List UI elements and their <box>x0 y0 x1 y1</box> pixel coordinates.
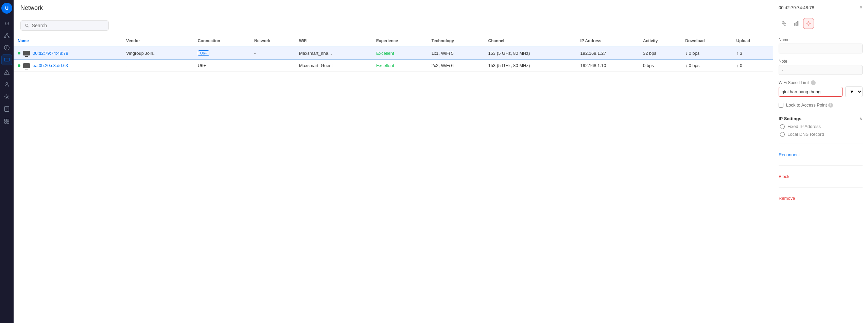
svg-rect-21 <box>5 122 6 123</box>
detail-panel: 00:d2:79:74:48:78 × Name <box>773 0 868 323</box>
panel-body: Name Note WiFi Speed Limit i ▼ <box>773 32 868 208</box>
table-row[interactable]: 00:d2:79:74:48:78 Vingroup Join... U6+ -… <box>14 47 773 60</box>
note-label: Note <box>779 59 863 64</box>
cell-upload: ↑ 3 <box>732 47 773 60</box>
local-dns-row: Local DNS Record <box>780 132 863 137</box>
sidebar-item-reports[interactable] <box>1 103 12 114</box>
name-input[interactable] <box>779 44 863 53</box>
action-remove[interactable]: Remove <box>779 194 863 202</box>
sidebar-item-clients[interactable] <box>1 54 12 65</box>
sidebar-item-warnings[interactable] <box>1 67 12 78</box>
svg-point-7 <box>7 49 7 49</box>
cell-wifi: Maxsmart_Guest <box>295 60 372 72</box>
cell-ip: 192.168.1.27 <box>576 47 639 60</box>
local-dns-label: Local DNS Record <box>787 132 824 137</box>
cell-activity: 0 bps <box>639 60 681 72</box>
ip-settings-toggle[interactable]: ∧ <box>859 116 863 121</box>
local-dns-radio[interactable] <box>780 132 785 137</box>
ip-settings-body: Fixed IP Address Local DNS Record <box>779 124 863 137</box>
sidebar: U ⊙ <box>0 0 14 323</box>
cell-download: ↓ 0 bps <box>681 47 732 60</box>
wifi-speed-label: WiFi Speed Limit <box>779 80 810 85</box>
speed-limit-input[interactable] <box>779 87 843 97</box>
cell-name: 00:d2:79:74:48:78 <box>14 47 122 60</box>
panel-header: 00:d2:79:74:48:78 × <box>773 0 868 15</box>
col-wifi[interactable]: WiFi <box>295 35 372 47</box>
wifi-speed-info-icon[interactable]: i <box>811 80 816 85</box>
sidebar-item-topology[interactable] <box>1 30 12 41</box>
lock-ap-checkbox[interactable] <box>779 103 783 108</box>
cell-network: - <box>250 47 295 60</box>
svg-rect-31 <box>797 21 798 26</box>
status-indicator <box>18 64 20 67</box>
col-network[interactable]: Network <box>250 35 295 47</box>
speed-limit-row: ▼ <box>779 86 863 97</box>
svg-point-13 <box>6 83 7 84</box>
col-upload[interactable]: Upload <box>732 35 773 47</box>
sidebar-item-users[interactable] <box>1 79 12 90</box>
cell-wifi: Maxsmart_nha... <box>295 47 372 60</box>
svg-rect-22 <box>7 122 9 123</box>
svg-rect-30 <box>796 22 797 26</box>
panel-device-title: 00:d2:79:74:48:78 <box>779 5 814 10</box>
col-experience[interactable]: Experience <box>372 35 428 47</box>
cell-upload: ↑ 0 <box>732 60 773 72</box>
panel-tab-settings[interactable] <box>803 18 814 29</box>
speed-limit-select[interactable]: ▼ <box>845 86 863 97</box>
svg-point-14 <box>6 96 7 97</box>
col-vendor[interactable]: Vendor <box>122 35 194 47</box>
app-logo: U <box>1 3 12 14</box>
fixed-ip-radio[interactable] <box>780 124 785 129</box>
svg-rect-19 <box>5 119 6 121</box>
svg-line-4 <box>7 34 8 36</box>
svg-rect-29 <box>794 23 795 26</box>
connection-badge: U6+ <box>198 50 210 56</box>
search-box[interactable] <box>20 20 109 31</box>
ip-settings-section: IP Settings ∧ Fixed IP Address Local DNS… <box>779 113 863 137</box>
cell-activity: 32 bps <box>639 47 681 60</box>
panel-tab-chart[interactable] <box>791 18 802 29</box>
name-field-group: Name <box>779 37 863 53</box>
col-ip[interactable]: IP Address <box>576 35 639 47</box>
cell-network: - <box>250 60 295 72</box>
svg-point-23 <box>25 24 28 27</box>
cell-connection: U6+ <box>194 47 250 60</box>
svg-line-24 <box>28 26 29 27</box>
action-block[interactable]: Block <box>779 173 863 180</box>
cell-download: ↓ 0 bps <box>681 60 732 72</box>
status-indicator <box>18 52 20 54</box>
fixed-ip-row: Fixed IP Address <box>780 124 863 129</box>
sidebar-item-settings[interactable] <box>1 91 12 102</box>
panel-tab-stats[interactable] <box>779 18 789 29</box>
cell-ip: 192.168.1.10 <box>576 60 639 72</box>
col-activity[interactable]: Activity <box>639 35 681 47</box>
clients-table: Name Vendor Connection Network WiFi Expe… <box>14 35 773 323</box>
device-name: ea:0b:20:c3:dd:63 <box>33 63 68 68</box>
wifi-speed-group: WiFi Speed Limit i ▼ <box>779 80 863 97</box>
cell-experience: Excellent <box>372 60 428 72</box>
cell-name: ea:0b:20:c3:dd:63 <box>14 60 122 72</box>
col-connection[interactable]: Connection <box>194 35 250 47</box>
device-icon <box>23 51 30 55</box>
note-input[interactable] <box>779 65 863 75</box>
search-icon <box>25 23 29 28</box>
col-technology[interactable]: Technology <box>427 35 484 47</box>
table-row[interactable]: ea:0b:20:c3:dd:63 - U6+ - Maxsmart_Guest… <box>14 60 773 72</box>
sidebar-item-alerts[interactable] <box>1 42 12 53</box>
toolbar <box>14 16 773 35</box>
divider-2 <box>779 165 863 166</box>
action-reconnect[interactable]: Reconnect <box>779 151 863 159</box>
svg-rect-8 <box>4 58 9 61</box>
col-download[interactable]: Download <box>681 35 732 47</box>
main-content: Network Name Vendor Connection Network W… <box>14 0 773 323</box>
cell-vendor: Vingroup Join... <box>122 47 194 60</box>
col-channel[interactable]: Channel <box>484 35 576 47</box>
lock-ap-info-icon[interactable]: i <box>828 103 833 108</box>
col-name[interactable]: Name <box>14 35 122 47</box>
cell-connection: U6+ <box>194 60 250 72</box>
search-input[interactable] <box>32 23 104 28</box>
panel-close-button[interactable]: × <box>860 5 863 10</box>
divider-3 <box>779 187 863 188</box>
sidebar-item-home[interactable]: ⊙ <box>1 18 12 29</box>
sidebar-item-updates[interactable] <box>1 116 12 127</box>
